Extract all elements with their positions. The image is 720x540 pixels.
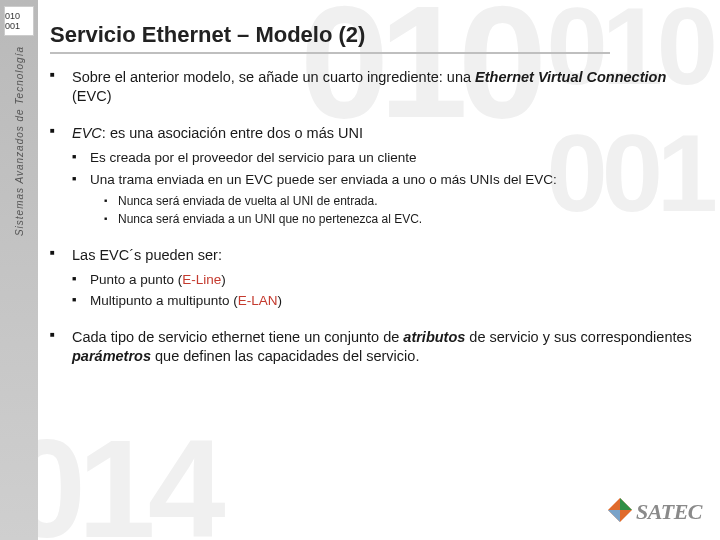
svg-marker-1: [620, 498, 632, 510]
bullet-3-sublist: Punto a punto (E-Line) Multipunto a mult…: [72, 271, 704, 310]
footer-brand-text: SATEC: [636, 499, 702, 525]
footer-logo: SATEC: [606, 496, 702, 528]
bullet-1: Sobre el anterior modelo, se añade un cu…: [50, 68, 704, 106]
bullet-3-sub1-pre: Punto a punto (: [90, 272, 182, 287]
bullet-3: Las EVC´s pueden ser: Punto a punto (E-L…: [50, 246, 704, 310]
bullet-list: Sobre el anterior modelo, se añade un cu…: [50, 68, 704, 366]
bullet-2-sub2-list: Nunca será enviada de vuelta al UNI de e…: [104, 194, 704, 227]
bullet-1-em: Ethernet Virtual Connection: [475, 69, 666, 85]
bullet-4-post: que definen las capacidades del servicio…: [151, 348, 419, 364]
bullet-2-sub2-text: Una trama enviada en un EVC puede ser en…: [90, 172, 557, 187]
bullet-4-mid: de servicio y sus correspondientes: [465, 329, 691, 345]
watermark-digits: 014: [8, 408, 218, 540]
bullet-2-rest: : es una asociación entre dos o más UNI: [102, 125, 363, 141]
bullet-3-text: Las EVC´s pueden ser:: [72, 247, 222, 263]
bullet-2-sub1: Es creada por el proveedor del servicio …: [72, 149, 704, 167]
slide-content: Servicio Ethernet – Modelo (2) Sobre el …: [50, 22, 704, 384]
sidebar-logo-text: 010 001: [5, 11, 33, 31]
sidebar: 010 001 Sistemas Avanzados de Tecnología: [0, 0, 38, 540]
svg-marker-2: [608, 510, 620, 522]
bullet-2-sub2: Una trama enviada en un EVC puede ser en…: [72, 171, 704, 228]
bullet-2-em: EVC: [72, 125, 102, 141]
bullet-3-sub2: Multipunto a multipunto (E-LAN): [72, 292, 704, 310]
bullet-3-sub1-post: ): [221, 272, 226, 287]
sidebar-vertical-title: Sistemas Avanzados de Tecnología: [14, 46, 25, 236]
bullet-3-sub1-em: E-Line: [182, 272, 221, 287]
title-underline: [50, 52, 610, 54]
bullet-1-post: (EVC): [72, 88, 111, 104]
bullet-4-em2: parámetros: [72, 348, 151, 364]
bullet-2-sub2-b: Nunca será enviada a un UNI que no perte…: [104, 212, 704, 228]
bullet-2-sublist: Es creada por el proveedor del servicio …: [72, 149, 704, 227]
bullet-1-pre: Sobre el anterior modelo, se añade un cu…: [72, 69, 475, 85]
bullet-4-pre: Cada tipo de servicio ethernet tiene un …: [72, 329, 403, 345]
sidebar-logo-icon: 010 001: [4, 6, 34, 36]
bullet-2: EVC: es una asociación entre dos o más U…: [50, 124, 704, 227]
bullet-4: Cada tipo de servicio ethernet tiene un …: [50, 328, 704, 366]
footer-logo-icon: [606, 496, 634, 528]
bullet-4-em1: atributos: [403, 329, 465, 345]
page-title: Servicio Ethernet – Modelo (2): [50, 22, 704, 48]
bullet-3-sub2-em: E-LAN: [238, 293, 278, 308]
bullet-3-sub2-post: ): [278, 293, 283, 308]
bullet-2-sub2-a: Nunca será enviada de vuelta al UNI de e…: [104, 194, 704, 210]
bullet-3-sub2-pre: Multipunto a multipunto (: [90, 293, 238, 308]
bullet-3-sub1: Punto a punto (E-Line): [72, 271, 704, 289]
